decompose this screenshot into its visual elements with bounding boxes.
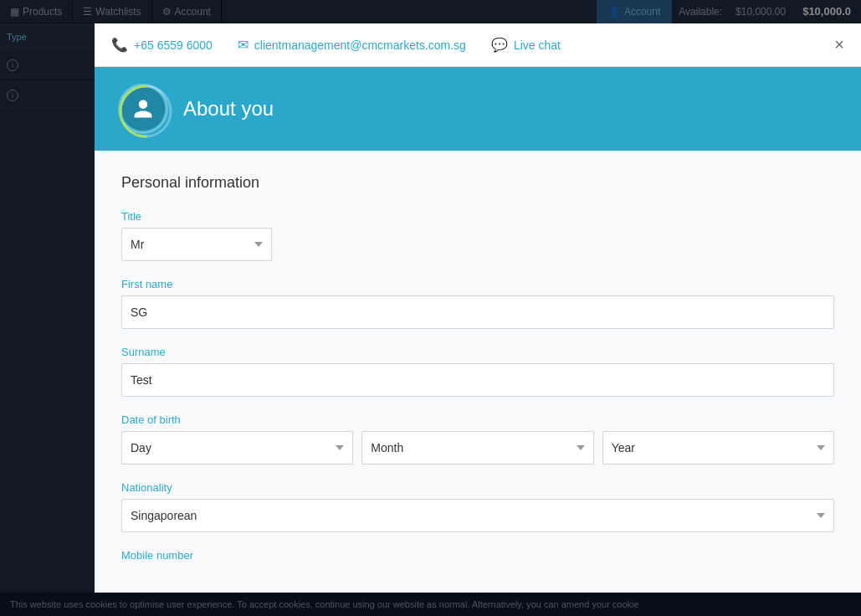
phone-number: +65 6559 6000 [134, 38, 213, 52]
firstname-label: First name [121, 278, 834, 290]
dob-label: Date of birth [121, 413, 834, 426]
firstname-input[interactable] [121, 295, 834, 329]
surname-label: Surname [121, 346, 834, 358]
mobile-label: Mobile number [121, 549, 834, 562]
phone-icon: 📞 [111, 37, 128, 53]
livechat-label: Live chat [514, 38, 561, 52]
close-button[interactable]: × [834, 35, 844, 54]
dob-day-select[interactable]: Day [121, 431, 353, 465]
surname-input[interactable] [121, 363, 834, 397]
modal-body: About you Personal information Title Mr … [95, 67, 861, 593]
about-you-title: About you [183, 97, 274, 121]
chat-icon: 💬 [491, 37, 508, 53]
dob-group: Date of birth Day Month Year [121, 413, 834, 465]
title-select[interactable]: Mr Mrs Ms Dr [121, 228, 272, 261]
form-section: Personal information Title Mr Mrs Ms Dr … [95, 151, 861, 593]
title-group: Title Mr Mrs Ms Dr [121, 210, 834, 261]
email-address: clientmanagement@cmcmarkets.com.sg [254, 38, 466, 52]
phone-contact[interactable]: 📞 +65 6559 6000 [111, 37, 213, 53]
nationality-select[interactable]: Singaporean Malaysian Others [121, 499, 834, 532]
email-contact[interactable]: ✉ clientmanagement@cmcmarkets.com.sg [238, 37, 466, 53]
avatar [118, 84, 168, 134]
about-you-header: About you [95, 67, 861, 151]
dob-month-select[interactable]: Month [361, 431, 593, 465]
dob-year-select[interactable]: Year [602, 431, 834, 465]
email-icon: ✉ [238, 37, 249, 53]
livechat-contact[interactable]: 💬 Live chat [491, 37, 561, 53]
modal: 📞 +65 6559 6000 ✉ clientmanagement@cmcma… [95, 23, 861, 593]
surname-group: Surname [121, 346, 834, 397]
contact-bar: 📞 +65 6559 6000 ✉ clientmanagement@cmcma… [95, 23, 861, 67]
title-label: Title [121, 210, 834, 223]
firstname-group: First name [121, 278, 834, 329]
nationality-label: Nationality [121, 481, 834, 494]
section-title: Personal information [121, 174, 834, 192]
dob-row: Day Month Year [121, 431, 834, 465]
progress-ring-svg [118, 84, 173, 139]
mobile-group: Mobile number [121, 549, 834, 562]
nationality-group: Nationality Singaporean Malaysian Others [121, 481, 834, 532]
